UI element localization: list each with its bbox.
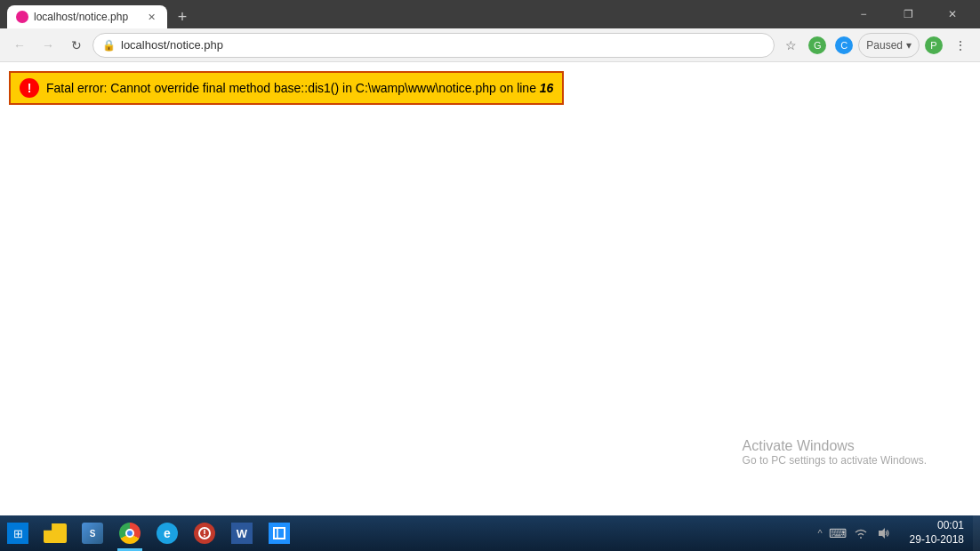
taskbar-sublime[interactable]: S <box>75 515 110 551</box>
taskbar-word[interactable]: W <box>224 515 260 551</box>
system-tray: ^ ⌨ <box>808 515 900 551</box>
taskbar-red-app[interactable] <box>187 515 222 551</box>
browser-navbar: ← → ↻ 🔒 localhost/notice.php ☆ G C Pause… <box>0 28 980 62</box>
forward-button[interactable]: → <box>36 33 60 58</box>
address-lock-icon: 🔒 <box>102 39 116 52</box>
svg-marker-3 <box>879 528 885 539</box>
nav-actions: ☆ G C Paused ▾ P ⋮ <box>778 33 973 58</box>
tray-network-icon[interactable] <box>851 523 871 543</box>
paused-chevron: ▾ <box>906 39 912 52</box>
address-bar[interactable]: 🔒 localhost/notice.php <box>92 33 775 58</box>
maximize-button[interactable]: ❐ <box>888 0 928 28</box>
taskbar-blue-app[interactable] <box>261 515 297 551</box>
activate-windows-watermark: Activate Windows Go to PC settings to ac… <box>743 438 927 467</box>
chrome-icon <box>119 523 141 544</box>
windows-logo-icon: ⊞ <box>7 523 28 544</box>
error-text: Fatal error: Cannot override final metho… <box>46 81 553 95</box>
tab-label: localhost/notice.php <box>34 11 139 23</box>
activate-windows-title: Activate Windows <box>743 438 927 454</box>
taskbar-file-explorer[interactable] <box>37 515 73 551</box>
address-text: localhost/notice.php <box>121 38 765 52</box>
start-button[interactable]: ⊞ <box>0 515 36 551</box>
activate-windows-subtitle: Go to PC settings to activate Windows. <box>743 454 927 467</box>
window-controls: − ❐ ✕ <box>843 0 973 28</box>
extensions-button[interactable]: G <box>805 33 830 58</box>
close-button[interactable]: ✕ <box>932 0 973 28</box>
tab-close-button[interactable]: ✕ <box>144 10 158 24</box>
show-desktop-button[interactable] <box>973 515 980 551</box>
word-icon: W <box>231 523 253 544</box>
clock-date: 29-10-2018 <box>910 533 964 547</box>
profile-avatar: P <box>925 36 943 54</box>
minimize-button[interactable]: − <box>843 0 884 28</box>
page-content: ! Fatal error: Cannot override final met… <box>0 62 980 515</box>
refresh-button[interactable]: ↻ <box>64 33 89 58</box>
taskbar-ie[interactable]: e <box>149 515 185 551</box>
file-explorer-icon <box>44 523 67 543</box>
tray-volume-icon[interactable] <box>874 523 894 543</box>
tray-expand-button[interactable]: ^ <box>815 526 823 540</box>
paused-label: Paused <box>866 39 903 52</box>
red-app-icon <box>194 523 215 544</box>
tab-favicon <box>16 11 28 23</box>
tray-keyboard-icon[interactable]: ⌨ <box>828 523 847 543</box>
browser-titlebar: localhost/notice.php ✕ + − ❐ ✕ <box>0 0 980 28</box>
back-button[interactable]: ← <box>7 33 32 58</box>
active-tab[interactable]: localhost/notice.php ✕ <box>7 5 167 28</box>
php-error-box: ! Fatal error: Cannot override final met… <box>9 71 564 105</box>
bookmark-button[interactable]: ☆ <box>778 33 803 58</box>
chrome-menu-button[interactable]: ⋮ <box>948 33 973 58</box>
cast-button[interactable]: C <box>831 33 856 58</box>
blue-app-icon <box>269 523 290 544</box>
taskbar-clock[interactable]: 00:01 29-10-2018 <box>903 515 971 551</box>
tab-strip: localhost/notice.php ✕ + <box>7 0 843 28</box>
new-tab-button[interactable]: + <box>171 5 194 28</box>
ie-icon: e <box>157 523 178 544</box>
profile-button[interactable]: P <box>921 33 946 58</box>
taskbar-chrome[interactable] <box>112 515 148 551</box>
windows-taskbar: ⊞ S e W ^ ⌨ <box>0 515 980 551</box>
error-icon: ! <box>20 78 39 98</box>
svg-rect-1 <box>274 528 285 539</box>
clock-time: 00:01 <box>937 519 964 533</box>
sublime-icon: S <box>82 523 103 544</box>
paused-button[interactable]: Paused ▾ <box>858 33 920 58</box>
